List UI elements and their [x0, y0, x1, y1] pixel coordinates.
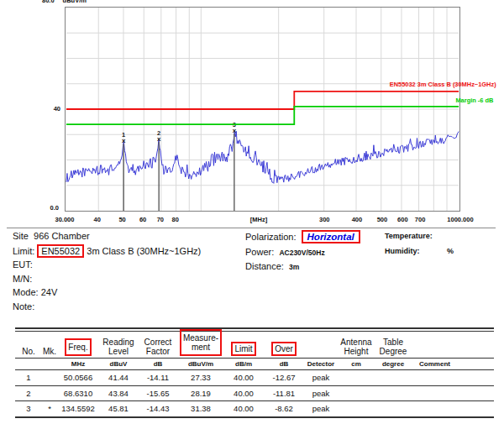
y-axis-unit: dBuV/m — [63, 0, 87, 4]
x-tick-label: 40 — [93, 216, 100, 223]
distance-label: Distance: — [245, 261, 284, 271]
x-tick-label: 400 — [352, 216, 363, 223]
power-row: Power: AC230V/50Hz — [245, 247, 325, 257]
emi-test-report: 80.0dBuV/m x1x2x3EN55032 3m Class B (30M… — [0, 0, 504, 424]
cell-over: -11.81 — [264, 389, 304, 398]
cell-detector: peak — [304, 373, 338, 382]
note-label: Note: — [13, 301, 34, 311]
distance-row: Distance: 3m — [245, 261, 299, 271]
unit-label: dB — [264, 360, 304, 368]
humidity-label: Humidity: — [385, 247, 420, 255]
x-tick-label: 60 — [139, 216, 146, 223]
highlighted-column-header: Measure- ment — [180, 329, 222, 356]
note-row: Note: — [13, 301, 34, 311]
cell-freq: 68.6310 — [57, 389, 99, 398]
spectrum-plot-area: x1x2x3EN55032 3m Class B (30MHz~1GHz)Mar… — [65, 7, 460, 212]
eut-row: EUT: — [13, 259, 33, 270]
cell-correct: -14.43 — [138, 404, 178, 413]
column-header: Measure- ment — [178, 329, 223, 356]
measurement-table: No.Mk.Freq.Reading LevelCorrect FactorMe… — [15, 327, 494, 418]
column-header: Antenna Height — [338, 338, 375, 356]
cell-correct: -14.11 — [138, 373, 178, 382]
unit-label: degree — [375, 360, 412, 368]
table-units-row: MHzdBuVdBdBuV/mdB/mdBDetectorcmdegreeCom… — [15, 359, 494, 369]
section-divider — [7, 228, 496, 228]
mn-row: M/N: — [13, 274, 32, 284]
temperature-label: Temperature: — [385, 232, 433, 240]
power-value: AC230V/50Hz — [279, 249, 324, 257]
cell-freq: 134.5592 — [57, 404, 99, 413]
unit-label: Comment — [412, 360, 458, 368]
unit-label: MHz — [57, 360, 99, 368]
column-header: Mk. — [42, 347, 57, 356]
humidity-row: Humidity: % — [385, 247, 454, 255]
eut-label: EUT: — [13, 259, 33, 270]
column-header: Freq. — [57, 338, 99, 356]
limit-standard: EN55032 — [41, 246, 80, 256]
highlighted-column-header: Limit — [231, 342, 255, 356]
mode-row: Mode: 24V — [13, 287, 57, 297]
cell-measurement: 31.38 — [178, 404, 223, 413]
column-header: Reading Level — [99, 338, 138, 356]
table-row: 3*134.559245.81-14.4331.3840.00-8.62peak — [15, 400, 494, 416]
cell-correct: -15.65 — [138, 389, 178, 398]
spectrum-plot: x1x2x3EN55032 3m Class B (30MHz~1GHz)Mar… — [66, 8, 459, 211]
cell-over: -12.67 — [264, 373, 304, 382]
unit-label: dB — [138, 360, 178, 368]
limit-line-label: EN55032 3m Class B (30MHz~1GHz) — [390, 81, 496, 88]
unit-label: dB/m — [223, 360, 264, 368]
site-value: 966 Chamber — [34, 231, 90, 241]
cell-over: -8.62 — [264, 404, 304, 413]
limit-line-label: Margin -6 dB — [455, 97, 494, 104]
site-row: Site 966 Chamber — [13, 231, 90, 241]
highlighted-column-header: Freq. — [65, 338, 91, 356]
cell-measurement: 28.19 — [178, 389, 223, 398]
cell-reading: 41.44 — [99, 373, 138, 382]
table-row: 268.631043.84-15.6528.1940.00-11.81peak — [15, 385, 494, 401]
cell-no: 1 — [15, 373, 42, 382]
highlighted-column-header: Over — [271, 342, 297, 356]
x-tick-label: 700 — [415, 216, 426, 223]
power-label: Power: — [245, 247, 274, 257]
mode-value: 24V — [41, 287, 58, 297]
cell-limit: 40.00 — [223, 404, 264, 413]
x-tick-label: 70 — [157, 216, 164, 223]
cell-reading: 43.84 — [99, 389, 138, 398]
table-body: 150.056641.44-14.1127.3340.00-12.67peak2… — [15, 370, 494, 416]
cell-detector: peak — [304, 389, 338, 398]
table-header-row: No.Mk.Freq.Reading LevelCorrect FactorMe… — [15, 332, 494, 358]
y-tick-0: 0.0 — [42, 204, 59, 212]
limit-row: Limit: EN55032 3m Class B (30MHz~1GHz) — [13, 244, 201, 258]
distance-value: 3m — [289, 263, 299, 271]
column-header: Correct Factor — [138, 338, 178, 356]
mn-label: M/N: — [13, 274, 32, 284]
table-row: 150.056641.44-14.1127.3340.00-12.67peak — [15, 370, 494, 385]
x-tick-label: 30.000 — [55, 216, 75, 223]
unit-label: dBuV/m — [178, 360, 223, 368]
x-tick-label: 80 — [172, 216, 179, 223]
cell-no: 2 — [15, 389, 42, 398]
temperature-row: Temperature: — [385, 232, 433, 240]
x-tick-label: 600 — [397, 216, 408, 223]
column-header: Limit — [223, 342, 264, 356]
column-header: No. — [15, 347, 42, 356]
column-header: Table Degree — [375, 338, 412, 356]
polarization-value: Horizontal — [307, 232, 354, 242]
cell-reading: 45.81 — [99, 404, 138, 413]
polarization-highlight: Horizontal — [302, 230, 360, 243]
polarization-row: Polarization: Horizontal — [245, 230, 360, 243]
unit-label: Detector — [304, 360, 338, 368]
x-tick-label: 500 — [377, 216, 388, 223]
marker-number: 1 — [122, 131, 125, 139]
x-tick-label: 50 — [118, 216, 125, 223]
x-tick-label: 300 — [319, 216, 330, 223]
marker-number: 2 — [157, 129, 160, 137]
x-tick-label: [MHz] — [250, 216, 267, 223]
humidity-unit: % — [447, 247, 454, 255]
cell-limit: 40.00 — [223, 373, 264, 382]
y-axis-top-label: 80.0dBuV/m — [42, 0, 95, 4]
unit-label: dBuV — [99, 360, 138, 368]
cell-detector: peak — [304, 404, 338, 413]
polarization-label: Polarization: — [245, 232, 297, 242]
cell-mk: * — [42, 404, 57, 413]
